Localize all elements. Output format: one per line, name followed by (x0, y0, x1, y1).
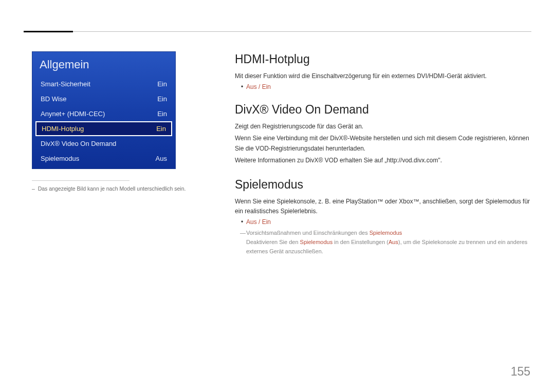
section-divx: DivX® Video On Demand Zeigt den Registri… (235, 103, 531, 165)
page-number: 155 (511, 365, 530, 379)
menu-item-spielemodus[interactable]: Spielemodus Aus (32, 151, 175, 169)
menu-item-value: Aus (156, 155, 167, 162)
caption-divider (32, 180, 130, 181)
option-value: Aus / Ein (246, 83, 271, 90)
section-spielemodus: Spielemodus Wenn Sie eine Spielekonsole,… (235, 178, 531, 256)
menu-item-anynet[interactable]: Anynet+ (HDMI-CEC) Ein (32, 106, 175, 121)
spiel-note-sub: Deaktivieren Sie den Spielemodus in den … (235, 238, 531, 256)
header-rule (73, 31, 531, 32)
left-column: Allgemein Smart-Sicherheit Ein BD Wise E… (32, 51, 186, 371)
header-accent (24, 31, 73, 32)
menu-item-hdmi-hotplug[interactable]: HDMI-Hotplug Ein (35, 121, 172, 136)
menu-item-value: Ein (157, 95, 167, 103)
menu-item-value: Ein (156, 125, 166, 133)
sub-c: in den Einstellungen ( (332, 239, 388, 245)
sub-a: Deaktivieren Sie den (246, 239, 300, 245)
spiel-note: Vorsichtsmaßnahmen und Einschränkungen d… (235, 229, 531, 238)
section-title: Spielemodus (235, 178, 531, 192)
menu-item-smart-sicherheit[interactable]: Smart-Sicherheit Ein (32, 77, 175, 91)
section-title: HDMI-Hotplug (235, 52, 531, 66)
section-hdmi-hotplug: HDMI-Hotplug Mit dieser Funktion wird di… (235, 52, 531, 90)
caption-text: Das angezeigte Bild kann je nach Modell … (38, 185, 186, 192)
option-bullet: Aus / Ein (235, 83, 531, 90)
menu-item-label: BD Wise (41, 95, 67, 103)
menu-item-bd-wise[interactable]: BD Wise Ein (32, 91, 175, 106)
menu-item-label: HDMI-Hotplug (42, 125, 84, 133)
menu-item-value: Ein (157, 80, 167, 88)
right-column: HDMI-Hotplug Mit dieser Funktion wird di… (186, 51, 531, 371)
section-desc: Mit dieser Funktion wird die Einschaltve… (235, 71, 531, 81)
option-value: Aus / Ein (246, 218, 271, 226)
menu-item-label: Smart-Sicherheit (41, 80, 90, 88)
menu-item-label: Anynet+ (HDMI-CEC) (41, 110, 105, 118)
divx-line2: Wenn Sie eine Verbindung mit der DivX®-W… (235, 134, 531, 153)
divx-line3: Weitere Informationen zu DivX® VOD erhal… (235, 156, 531, 165)
menu-item-value: Ein (157, 110, 167, 118)
option-bullet: Aus / Ein (235, 218, 531, 226)
note-prefix: Vorsichtsmaßnahmen und Einschränkungen d… (246, 230, 369, 236)
menu-item-label: DivX® Video On Demand (41, 140, 116, 147)
menu-item-label: Spielemodus (41, 155, 79, 162)
section-title: DivX® Video On Demand (235, 103, 531, 117)
menu-item-divx[interactable]: DivX® Video On Demand (32, 136, 175, 151)
caption-dash: – (32, 185, 35, 192)
sub-b: Spielemodus (300, 239, 333, 245)
divx-line1: Zeigt den Registrierungscode für das Ger… (235, 122, 531, 132)
note-strong: Spielemodus (369, 230, 402, 236)
menu-caption: – Das angezeigte Bild kann je nach Model… (32, 185, 186, 193)
menu-title: Allgemein (32, 52, 175, 77)
page-content: Allgemein Smart-Sicherheit Ein BD Wise E… (32, 51, 531, 371)
sub-d: Aus (388, 239, 398, 245)
spiel-desc: Wenn Sie eine Spielekonsole, z. B. eine … (235, 197, 531, 216)
settings-menu-panel: Allgemein Smart-Sicherheit Ein BD Wise E… (32, 51, 176, 169)
